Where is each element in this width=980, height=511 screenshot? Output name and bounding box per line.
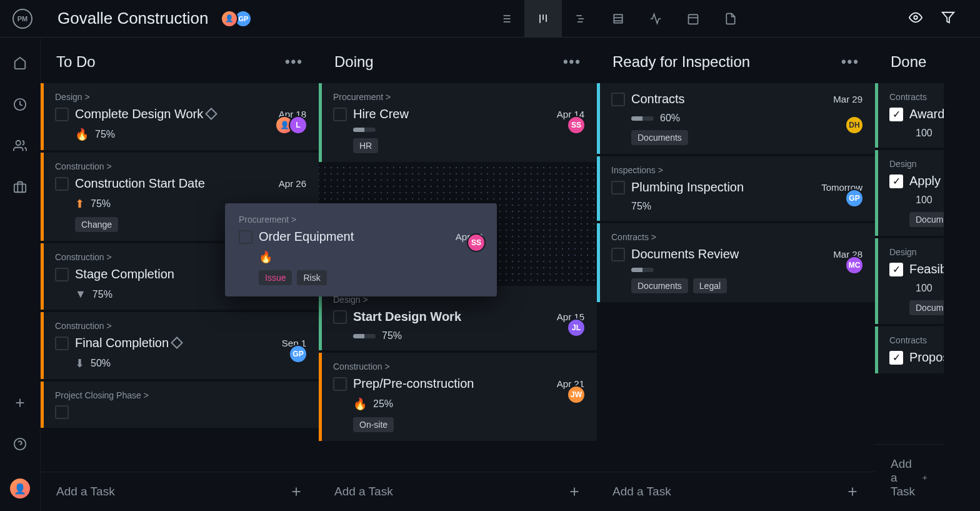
card-title[interactable]: Feasib [909, 262, 944, 276]
card-title[interactable]: Order Equipment [259, 230, 449, 244]
task-checkbox[interactable] [611, 181, 625, 195]
home-icon[interactable] [13, 56, 27, 73]
column-menu-icon[interactable]: ••• [841, 54, 859, 70]
card-title[interactable]: Plumbing Inspection [631, 180, 815, 195]
column-title: To Do [56, 53, 96, 71]
assignee-avatar[interactable]: JW [567, 385, 586, 404]
task-checkbox[interactable] [333, 310, 347, 324]
task-checkbox[interactable]: ✓ [889, 175, 903, 188]
card-title[interactable]: Apply [909, 174, 941, 188]
calendar-view-icon[interactable] [674, 0, 712, 38]
task-checkbox[interactable] [611, 93, 625, 106]
add-task-button[interactable]: Add a Task [41, 472, 319, 511]
task-checkbox[interactable] [55, 405, 69, 419]
card-breadcrumb: Construction > [333, 362, 584, 372]
add-task-button[interactable]: Add a Task [597, 472, 875, 511]
card-breadcrumb: Project Closing Phase > [55, 390, 306, 400]
column-menu-icon[interactable]: ••• [285, 54, 303, 70]
task-checkbox[interactable] [55, 177, 69, 191]
assignee-avatar[interactable]: L [289, 116, 308, 134]
assignee-avatar[interactable]: GP [845, 189, 864, 208]
card-title[interactable]: Hire Crew [353, 107, 551, 121]
card-title[interactable]: Complete Design Work [75, 107, 272, 121]
list-view-icon[interactable] [487, 0, 524, 38]
task-card[interactable]: Contracts >Documents ReviewMar 28MCDocum… [597, 223, 875, 302]
team-icon[interactable] [13, 139, 27, 155]
tag[interactable]: Documents [631, 130, 688, 145]
kanban-board: To Do•••Design >Complete Design WorkApr … [41, 38, 980, 511]
task-checkbox[interactable]: ✓ [889, 263, 903, 276]
task-checkbox[interactable] [55, 268, 69, 281]
progress-percent: 75% [631, 201, 651, 212]
tag[interactable]: On-site [353, 417, 394, 432]
task-card[interactable]: Design✓Apply100Documents [875, 150, 944, 236]
card-date: Apr 26 [279, 178, 306, 189]
gantt-view-icon[interactable] [562, 0, 599, 38]
task-checkbox[interactable]: ✓ [889, 351, 903, 365]
card-title[interactable]: Award [909, 107, 944, 121]
files-view-icon[interactable] [712, 0, 749, 38]
activity-view-icon[interactable] [637, 0, 674, 38]
card-breadcrumb: Construction > [55, 321, 306, 331]
progress-percent: 100 [916, 195, 932, 206]
assignee-avatar[interactable]: SS [567, 116, 586, 134]
task-card[interactable]: Inspections >Plumbing InspectionTomorrow… [597, 156, 875, 221]
assignee-avatar[interactable]: JL [567, 318, 586, 337]
tag[interactable]: Documents [909, 300, 944, 315]
task-checkbox[interactable] [611, 248, 625, 261]
card-title[interactable]: Construction Start Date [75, 176, 272, 191]
assignee-avatar[interactable]: SS [467, 233, 486, 252]
column-menu-icon[interactable]: ••• [563, 54, 581, 70]
dragging-card[interactable]: Procurement > Order Equipment Apr 19 🔥 S… [225, 203, 497, 296]
svg-rect-15 [688, 14, 698, 24]
tag[interactable]: Issue [259, 270, 292, 285]
tag[interactable]: Legal [693, 278, 727, 293]
task-card[interactable]: Construction >Final CompletionSep 1⬇50%G… [41, 312, 319, 379]
tag[interactable]: Risk [297, 270, 326, 285]
app-logo[interactable]: PM [12, 9, 32, 29]
add-task-button[interactable]: Add a Task [875, 444, 944, 511]
project-members[interactable]: 👤 GP [221, 10, 252, 28]
task-card[interactable]: Contracts✓Award100 [875, 83, 944, 148]
assignee-avatar[interactable]: DH [845, 116, 864, 134]
recent-icon[interactable] [13, 98, 27, 114]
svg-marker-18 [942, 12, 954, 23]
task-card[interactable]: ContractsMar 2960%DHDocuments [597, 83, 875, 154]
assignee-avatar[interactable]: MC [845, 256, 864, 275]
tag[interactable]: Documents [909, 212, 944, 227]
task-checkbox[interactable] [333, 108, 347, 121]
add-icon[interactable] [13, 396, 27, 412]
avatar[interactable]: 👤 [221, 10, 238, 28]
card-title[interactable]: Final Completion [75, 336, 276, 350]
assignee-avatar[interactable]: GP [289, 345, 308, 363]
tag[interactable]: HR [353, 138, 378, 153]
task-checkbox[interactable] [55, 336, 69, 350]
tag[interactable]: Change [75, 217, 118, 232]
task-card[interactable]: Design >Complete Design WorkApr 18🔥75%👤L [41, 83, 319, 150]
user-avatar[interactable]: 👤 [10, 478, 30, 498]
portfolio-icon[interactable] [13, 180, 27, 196]
card-title[interactable]: Prep/Pre-construction [353, 377, 551, 391]
add-task-button[interactable]: Add a Task [319, 472, 597, 511]
task-checkbox[interactable]: ✓ [889, 108, 903, 121]
task-card[interactable]: Contracts✓Propos [875, 326, 944, 373]
task-checkbox[interactable] [333, 377, 347, 391]
card-breadcrumb: Contracts [889, 335, 931, 345]
task-card[interactable]: Design✓Feasib100Documents [875, 238, 944, 324]
card-title[interactable]: Contracts [631, 92, 827, 106]
task-checkbox[interactable] [239, 230, 252, 244]
task-checkbox[interactable] [55, 108, 69, 121]
board-view-icon[interactable] [524, 0, 562, 38]
card-title[interactable]: Start Design Work [353, 310, 551, 324]
help-icon[interactable] [13, 437, 27, 453]
card-title[interactable]: Documents Review [631, 247, 827, 261]
sheet-view-icon[interactable] [599, 0, 637, 38]
task-card[interactable]: Construction >Prep/Pre-constructionApr 2… [319, 353, 597, 441]
task-card[interactable]: Procurement >Hire CrewApr 14SSHR [319, 83, 597, 162]
visibility-icon[interactable] [909, 11, 922, 27]
filter-icon[interactable] [941, 11, 955, 27]
card-title[interactable]: Propos [909, 350, 944, 365]
tag[interactable]: Documents [631, 278, 688, 293]
task-card[interactable]: Project Closing Phase > [41, 382, 319, 428]
card-date: Mar 29 [833, 94, 862, 104]
